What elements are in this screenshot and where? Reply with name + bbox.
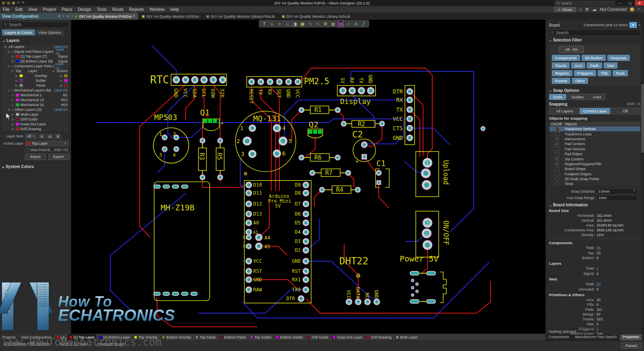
- text-tool-icon[interactable]: A: [353, 21, 359, 27]
- silkscreen-text[interactable]: 3: [241, 151, 244, 157]
- layer-tree-row[interactable]: ⊘▾Mechanical Layers (M)Used On: [2, 88, 69, 93]
- silkscreen-text[interactable]: 5V: [275, 203, 281, 209]
- eye-icon[interactable]: ⊙: [10, 60, 14, 63]
- eye-icon[interactable]: ⊙: [10, 118, 14, 121]
- silkscreen-text[interactable]: GND: [374, 290, 379, 299]
- silkscreen-outline[interactable]: [247, 77, 302, 87]
- minimize-button[interactable]: –: [616, 0, 625, 6]
- silkscreen-text[interactable]: DTR: [393, 88, 403, 95]
- pcb-trace[interactable]: [306, 281, 491, 313]
- silkscreen-text[interactable]: R7: [325, 169, 332, 177]
- eye-icon[interactable]: ⊘: [10, 103, 14, 107]
- region-tool-icon[interactable]: ▨: [338, 20, 343, 27]
- silkscreen-text[interactable]: MH-Z19B: [161, 203, 194, 212]
- pcb-pad-green[interactable]: [208, 119, 212, 123]
- pcb-trace[interactable]: [261, 87, 276, 191]
- menu-reports[interactable]: Reports: [126, 7, 147, 12]
- pcb-pad-oval[interactable]: [182, 292, 188, 295]
- tab-layers-colors[interactable]: Layers & Colors: [2, 29, 35, 35]
- eye-icon[interactable]: ⊙: [10, 69, 14, 73]
- filter-dropdown-icon[interactable]: ▼: [638, 24, 641, 26]
- eye-icon[interactable]: ⊙: [10, 55, 14, 58]
- silkscreen-text[interactable]: RST: [253, 268, 262, 274]
- silkscreen-text[interactable]: D12: [253, 201, 262, 207]
- silkscreen-text[interactable]: D8: [295, 190, 301, 196]
- panel-pin-icon[interactable]: ⊧: [63, 15, 64, 18]
- filter-texts-button[interactable]: Texts: [613, 70, 628, 76]
- silkscreen-text[interactable]: Upload: [442, 160, 450, 185]
- eye-icon[interactable]: ⊙: [59, 74, 63, 78]
- silkscreen-text[interactable]: D2: [295, 247, 301, 253]
- pad-tool-icon[interactable]: ▣: [300, 21, 305, 27]
- pcb-pad-oval[interactable]: [410, 300, 419, 303]
- silkscreen-text[interactable]: RX: [267, 89, 272, 95]
- menu-window[interactable]: Window: [147, 7, 167, 12]
- layer-color-swatch[interactable]: [16, 60, 19, 63]
- layer-color-swatch[interactable]: [64, 84, 68, 87]
- silkscreen-outline[interactable]: [385, 169, 389, 187]
- silkscreen-text[interactable]: SDA: [192, 88, 198, 98]
- silkscreen-text[interactable]: 5: [289, 138, 292, 144]
- silkscreen-text[interactable]: TX0: [292, 287, 301, 293]
- pcb-pad-green[interactable]: [203, 119, 207, 123]
- snap-axes-button[interactable]: Axes: [589, 94, 605, 100]
- pcb-pad-oval[interactable]: [191, 292, 197, 295]
- layer-tab[interactable]: Bottom Overlay: [160, 334, 193, 341]
- silkscreen-text[interactable]: R4: [336, 186, 343, 193]
- eye-icon[interactable]: ⊙: [7, 64, 10, 68]
- expand-icon[interactable]: ▾: [12, 89, 13, 92]
- silkscreen-text[interactable]: GND: [292, 258, 301, 264]
- menu-tools[interactable]: Tools: [94, 7, 109, 12]
- panel-dropdown-icon[interactable]: ▼: [58, 15, 61, 18]
- pcb-trace[interactable]: [176, 126, 204, 137]
- eye-icon[interactable]: ⊙: [10, 127, 14, 131]
- silkscreen-text[interactable]: 3: [426, 220, 429, 226]
- layer-tree-row[interactable]: ⊙▾Component Layer Pairs (C)Used On: [2, 64, 69, 69]
- eye-icon[interactable]: ⊙: [14, 79, 18, 83]
- silkscreen-text[interactable]: 6: [282, 150, 285, 157]
- filter-rooms-button[interactable]: Rooms: [552, 78, 570, 84]
- silkscreen-text[interactable]: 4: [173, 152, 176, 158]
- silkscreen-text[interactable]: +: [355, 158, 359, 164]
- selection-filter-header[interactable]: ▲Selection Filter: [549, 38, 641, 42]
- gear-icon[interactable]: ⚙: [585, 7, 589, 12]
- layer-tree-row[interactable]: ⊙Drill Guide: [2, 117, 69, 122]
- document-tab[interactable]: DIY Air Quality Monitor Library.SchLib: [279, 13, 354, 20]
- pcb-trace[interactable]: [152, 45, 176, 76]
- checkbox[interactable]: ✓: [555, 137, 559, 141]
- silkscreen-text[interactable]: Power 5V: [400, 254, 438, 264]
- filter-tracks-button[interactable]: Tracks: [552, 62, 570, 69]
- tab-properties[interactable]: Properties: [620, 334, 642, 341]
- silkscreen-text[interactable]: NC: [364, 293, 370, 299]
- silkscreen-text[interactable]: CTS: [393, 125, 403, 131]
- snap-object-row[interactable]: Track/Arcs Lines: [549, 131, 640, 136]
- snap-object-row[interactable]: ✓Track/Arcs Vertices: [549, 127, 640, 131]
- eye-icon[interactable]: ⊘: [10, 98, 14, 102]
- diff-pair-tool-icon[interactable]: ∿: [315, 21, 320, 27]
- home-icon[interactable]: ⌂: [579, 7, 582, 12]
- silkscreen-text[interactable]: TX: [396, 106, 403, 113]
- pcb-trace[interactable]: [292, 110, 301, 141]
- checkbox[interactable]: [555, 177, 559, 181]
- layer-tree-row[interactable]: ⊙Multi-Layer: [2, 112, 69, 117]
- layer-color-swatch[interactable]: [64, 79, 68, 82]
- layer-color-swatch[interactable]: [16, 118, 19, 121]
- pcb-pad-green[interactable]: [308, 130, 312, 134]
- silkscreen-outline[interactable]: [440, 272, 446, 303]
- pcb-pad-oval[interactable]: [172, 292, 179, 295]
- eye-icon[interactable]: ⊙: [10, 123, 14, 126]
- pcb-pad-oval[interactable]: [182, 185, 188, 188]
- stat-link[interactable]: 23: [597, 282, 601, 287]
- layer-tab[interactable]: Bottom Paste: [218, 334, 248, 341]
- silkscreen-text[interactable]: A3: [243, 245, 247, 248]
- layer-tree-row[interactable]: ⊙Overlay⊙: [2, 73, 69, 78]
- silkscreen-text[interactable]: DTR: [286, 296, 295, 301]
- properties-search-input[interactable]: Search: [549, 29, 641, 36]
- checkbox[interactable]: [555, 182, 559, 186]
- menu-view[interactable]: View: [25, 7, 40, 12]
- snap-object-row[interactable]: Texts: [549, 181, 640, 186]
- layer-tree-row[interactable]: ⊙[1] Top Layer (T)Signal: [2, 54, 69, 59]
- silkscreen-text[interactable]: MQ-131: [253, 114, 281, 123]
- snap-grids-button[interactable]: Grids: [549, 94, 566, 100]
- eye-icon[interactable]: ⊙: [7, 50, 10, 54]
